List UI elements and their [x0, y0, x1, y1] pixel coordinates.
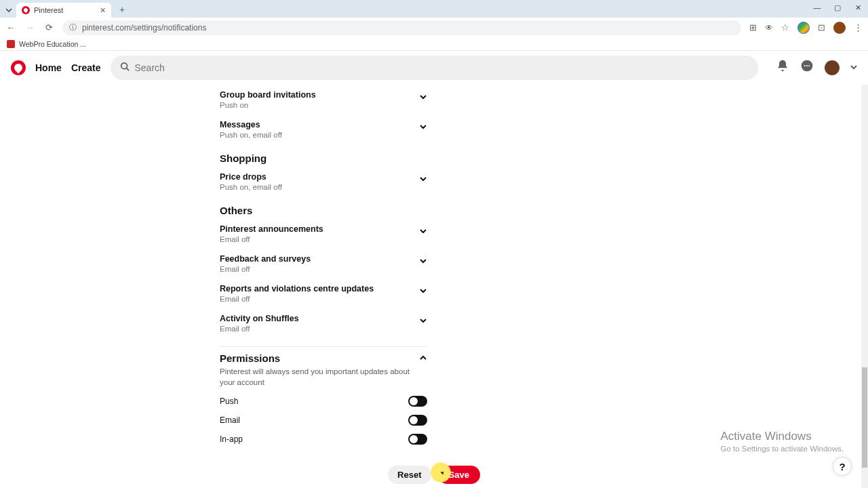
- incognito-icon[interactable]: 👁: [765, 23, 773, 33]
- watermark-subtitle: Go to Settings to activate Windows.: [720, 445, 844, 453]
- maximize-button[interactable]: ▢: [827, 0, 848, 15]
- push-toggle[interactable]: [408, 396, 427, 407]
- setting-subtitle: Push on, email off: [220, 131, 427, 139]
- section-shopping-heading: Shopping: [220, 152, 427, 164]
- toggle-push: Push: [220, 392, 427, 411]
- setting-subtitle: Push on, email off: [220, 183, 427, 191]
- section-others-heading: Others: [220, 205, 427, 216]
- profile-avatar-icon[interactable]: [833, 22, 846, 34]
- setting-reports-violations[interactable]: Reports and violations centre updates Em…: [220, 279, 427, 308]
- chevron-down-icon: [419, 174, 427, 186]
- setting-subtitle: Email off: [220, 295, 427, 303]
- bookmark-item[interactable]: WebPro Education ...: [19, 40, 86, 48]
- cursor-highlight: [431, 462, 451, 483]
- reset-button[interactable]: Reset: [388, 466, 431, 484]
- tab-strip: Pinterest ✕ +: [0, 0, 868, 18]
- setting-title: Price drops: [220, 172, 427, 182]
- reload-button[interactable]: ⟳: [43, 22, 54, 33]
- svg-point-5: [808, 65, 810, 66]
- header-icons: [776, 59, 857, 76]
- toggle-label: Email: [220, 415, 240, 425]
- new-tab-button[interactable]: +: [115, 3, 129, 16]
- bookmark-star-icon[interactable]: ☆: [781, 22, 789, 33]
- account-chevron-icon[interactable]: [850, 63, 857, 73]
- messages-icon[interactable]: [800, 59, 814, 76]
- setting-title: Reports and violations centre updates: [220, 284, 427, 293]
- user-avatar[interactable]: [825, 60, 840, 75]
- inapp-toggle[interactable]: [408, 434, 427, 445]
- extension-icon[interactable]: [797, 22, 810, 34]
- setting-group-board-invitations[interactable]: Group board invitations Push on: [220, 85, 427, 115]
- pinterest-logo[interactable]: [11, 60, 26, 75]
- close-window-button[interactable]: ✕: [848, 0, 868, 15]
- svg-point-4: [806, 65, 808, 66]
- setting-subtitle: Email off: [220, 325, 427, 333]
- scrollbar-thumb[interactable]: [862, 367, 867, 468]
- help-button[interactable]: ?: [833, 457, 852, 476]
- pinterest-favicon: [22, 6, 30, 14]
- chevron-up-icon: [419, 352, 427, 364]
- permissions-label: Permissions: [220, 352, 280, 364]
- setting-messages[interactable]: Messages Push on, email off: [220, 115, 427, 144]
- forward-button: →: [24, 22, 35, 33]
- address-bar[interactable]: ⓘ pinterest.com/settings/notifications: [62, 20, 741, 35]
- setting-title: Messages: [220, 120, 427, 129]
- svg-point-0: [121, 62, 127, 68]
- windows-activation-watermark: Activate Windows Go to Settings to activ…: [720, 430, 844, 453]
- site-info-icon[interactable]: ⓘ: [69, 22, 77, 33]
- setting-price-drops[interactable]: Price drops Push on, email off: [220, 167, 427, 197]
- search-box[interactable]: [111, 56, 759, 80]
- setting-activity-shuffles[interactable]: Activity on Shuffles Email off: [220, 308, 427, 338]
- browser-chrome: Pinterest ✕ + — ▢ ✕ ← → ⟳ ⓘ pinterest.co…: [0, 0, 868, 37]
- tab-title: Pinterest: [34, 6, 63, 14]
- watermark-title: Activate Windows: [720, 430, 844, 443]
- chevron-down-icon: [419, 285, 427, 298]
- minimize-button[interactable]: —: [807, 0, 827, 15]
- chevron-down-icon: [419, 256, 427, 268]
- kebab-menu-icon[interactable]: ⋮: [854, 22, 863, 33]
- setting-pinterest-announcements[interactable]: Pinterest announcements Email off: [220, 219, 427, 249]
- toggle-inapp: In-app: [220, 430, 427, 449]
- search-input[interactable]: [135, 62, 749, 73]
- toggle-label: In-app: [220, 434, 243, 444]
- bookmarks-bar: WebPro Education ...: [0, 37, 868, 51]
- page-header: Home Create: [0, 51, 868, 85]
- search-icon: [120, 62, 130, 74]
- email-toggle[interactable]: [408, 415, 427, 426]
- toggle-label: Push: [220, 396, 238, 406]
- notifications-bell-icon[interactable]: [776, 59, 789, 76]
- permissions-description: Pinterest will always send you important…: [220, 367, 410, 388]
- chevron-down-icon: [419, 121, 427, 134]
- toolbar-right: ⊞ 👁 ☆ ⊡ ⋮: [749, 22, 863, 34]
- chevron-down-icon: [419, 315, 427, 327]
- divider: [220, 346, 427, 347]
- setting-subtitle: Push on: [220, 101, 427, 109]
- setting-subtitle: Email off: [220, 265, 427, 273]
- browser-tab[interactable]: Pinterest ✕: [16, 3, 111, 18]
- settings-content: Group board invitations Push on Messages…: [0, 85, 868, 488]
- browser-toolbar: ← → ⟳ ⓘ pinterest.com/settings/notificat…: [0, 18, 868, 37]
- chevron-down-icon: [419, 226, 427, 238]
- back-button[interactable]: ←: [5, 22, 16, 33]
- close-tab-icon[interactable]: ✕: [100, 6, 106, 15]
- nav-create[interactable]: Create: [71, 62, 101, 73]
- setting-title: Feedback and surveys: [220, 254, 427, 264]
- svg-line-1: [126, 68, 129, 70]
- svg-point-3: [804, 65, 806, 66]
- chevron-down-icon: [419, 92, 427, 104]
- window-controls: — ▢ ✕: [807, 0, 868, 15]
- setting-title: Activity on Shuffles: [220, 314, 427, 323]
- setting-subtitle: Email off: [220, 235, 427, 243]
- setting-title: Group board invitations: [220, 90, 427, 100]
- setting-feedback-surveys[interactable]: Feedback and surveys Email off: [220, 249, 427, 279]
- tab-search-icon[interactable]: [4, 5, 14, 15]
- permissions-heading[interactable]: Permissions: [220, 352, 427, 364]
- toggle-email: Email: [220, 411, 427, 430]
- scrollbar-track[interactable]: [861, 85, 868, 488]
- install-app-icon[interactable]: ⊞: [749, 22, 757, 33]
- bookmark-favicon: [7, 40, 15, 48]
- extensions-puzzle-icon[interactable]: ⊡: [818, 22, 825, 33]
- url-text: pinterest.com/settings/notifications: [82, 23, 206, 33]
- nav-home[interactable]: Home: [35, 62, 62, 73]
- setting-title: Pinterest announcements: [220, 224, 427, 234]
